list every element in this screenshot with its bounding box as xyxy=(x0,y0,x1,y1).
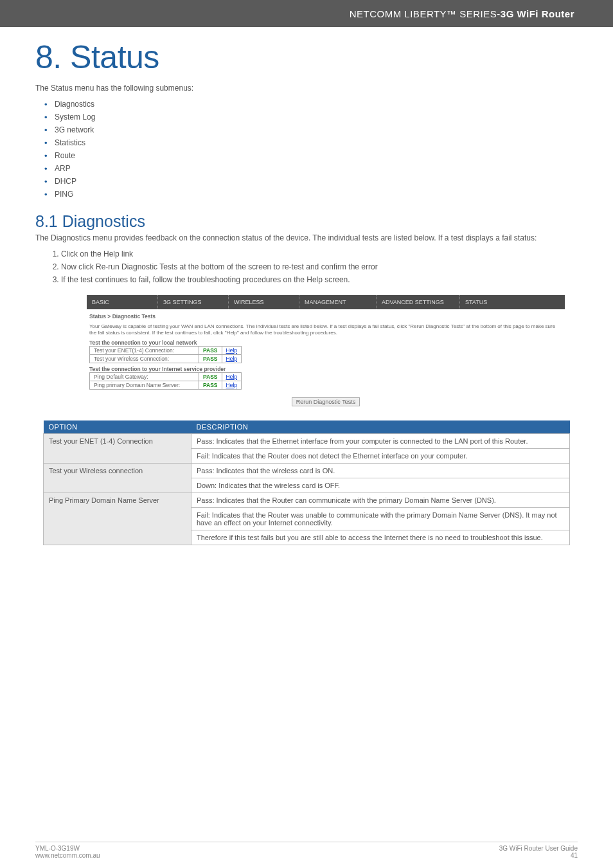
intro-text: The Status menu has the following submen… xyxy=(35,84,578,93)
footer-left: YML-O-3G19W www.netcomm.com.au xyxy=(35,845,100,859)
footer-url: www.netcomm.com.au xyxy=(35,852,100,859)
step-item: If the test continues to fail, follow th… xyxy=(61,273,578,286)
group2-heading: Test the connection to your Internet ser… xyxy=(89,366,562,372)
rerun-button[interactable]: Rerun Diagnostic Tests xyxy=(292,397,360,406)
nav-basic[interactable]: BASIC xyxy=(87,295,157,309)
footer-right: 3G WiFi Router User Guide 41 xyxy=(499,845,578,859)
section-title: 8.1 Diagnostics xyxy=(35,212,578,231)
page-content: 8. Status The Status menu has the follow… xyxy=(0,27,613,545)
nav-status[interactable]: STATUS xyxy=(459,295,565,309)
table-row: Test your ENET(1-4) Connection: PASS Hel… xyxy=(90,347,242,355)
submenu-item: PING xyxy=(55,188,578,201)
col-option: OPTION xyxy=(44,420,191,434)
table-row: Ping Primary Domain Name Server Pass: In… xyxy=(44,493,570,508)
submenu-item: Route xyxy=(55,149,578,162)
section-intro: The Diagnostics menu provides feedback o… xyxy=(35,233,578,242)
submenu-item: Statistics xyxy=(55,136,578,149)
help-link[interactable]: Help xyxy=(226,356,237,362)
option-desc: Fail: Indicates that the Router does not… xyxy=(191,449,570,464)
option-desc: Therefore if this test fails but you are… xyxy=(191,530,570,545)
help-link[interactable]: Help xyxy=(226,382,237,388)
footer-divider xyxy=(35,842,578,842)
chapter-title: 8. Status xyxy=(35,39,578,76)
header-brand-thin: NETCOMM LIBERTY™ SERIES xyxy=(350,8,497,19)
test-status: PASS xyxy=(199,381,222,390)
test-status: PASS xyxy=(199,355,222,363)
test-label: Test your Wireless Connection: xyxy=(90,355,199,363)
step-item: Click on the Help link xyxy=(61,248,578,260)
footer-guide: 3G WiFi Router User Guide xyxy=(499,845,578,852)
embedded-screenshot: BASIC 3G SETTINGS WIRELESS MANAGEMENT AD… xyxy=(35,295,578,409)
test-status: PASS xyxy=(199,347,222,355)
test-label: Ping Default Gateway: xyxy=(90,373,199,381)
group2-table: Ping Default Gateway: PASS Help Ping pri… xyxy=(89,372,242,390)
group1-table: Test your ENET(1-4) Connection: PASS Hel… xyxy=(89,346,242,363)
step-item: Now click Re-run Diagnostic Tests at the… xyxy=(61,260,578,273)
nav-management[interactable]: MANAGEMENT xyxy=(299,295,376,309)
submenu-list: Diagnostics System Log 3G network Statis… xyxy=(35,98,578,201)
breadcrumb: Status > Diagnostic Tests xyxy=(89,313,562,320)
table-row: Test your ENET (1-4) Connection Pass: In… xyxy=(44,434,570,449)
group1-heading: Test the connection to your local networ… xyxy=(89,339,562,346)
table-row: Ping primary Domain Name Server: PASS He… xyxy=(90,381,242,390)
test-label: Test your ENET(1-4) Connection: xyxy=(90,347,199,355)
test-label: Ping primary Domain Name Server: xyxy=(90,381,199,390)
option-label: Test your ENET (1-4) Connection xyxy=(44,434,191,464)
diagnostics-note: Your Gateway is capable of testing your … xyxy=(89,323,562,336)
help-link[interactable]: Help xyxy=(226,347,237,354)
submenu-item: 3G network xyxy=(55,123,578,136)
diagnostics-panel: Status > Diagnostic Tests Your Gateway i… xyxy=(87,309,565,409)
col-description: DESCRIPTION xyxy=(191,420,570,434)
help-link[interactable]: Help xyxy=(226,374,237,380)
footer-model: YML-O-3G19W xyxy=(35,845,100,852)
nav-3g-settings[interactable]: 3G SETTINGS xyxy=(157,295,228,309)
router-nav: BASIC 3G SETTINGS WIRELESS MANAGEMENT AD… xyxy=(87,295,565,309)
table-row: Test your Wireless connection Pass: Indi… xyxy=(44,464,570,478)
option-desc: Pass: Indicates that the Router can comm… xyxy=(191,493,570,508)
option-desc: Fail: Indicates that the Router was unab… xyxy=(191,508,570,530)
table-row: Ping Default Gateway: PASS Help xyxy=(90,373,242,381)
footer-page-number: 41 xyxy=(499,852,578,859)
options-table: OPTION DESCRIPTION Test your ENET (1-4) … xyxy=(43,420,570,545)
page-footer: YML-O-3G19W www.netcomm.com.au 3G WiFi R… xyxy=(0,845,613,859)
steps-list: Click on the Help link Now click Re-run … xyxy=(35,248,578,286)
nav-wireless[interactable]: WIRELESS xyxy=(228,295,299,309)
option-desc: Pass: Indicates that the Ethernet interf… xyxy=(191,434,570,449)
option-label: Test your Wireless connection xyxy=(44,464,191,493)
option-desc: Pass: Indicates that the wireless card i… xyxy=(191,464,570,478)
table-row: Test your Wireless Connection: PASS Help xyxy=(90,355,242,363)
submenu-item: ARP xyxy=(55,162,578,175)
page-header: NETCOMM LIBERTY™ SERIES - 3G WiFi Router xyxy=(0,0,613,27)
table-header-row: OPTION DESCRIPTION xyxy=(44,420,570,434)
option-desc: Down: Indicates that the wireless card i… xyxy=(191,478,570,493)
header-brand-bold: 3G WiFi Router xyxy=(501,8,574,19)
submenu-item: DHCP xyxy=(55,175,578,188)
submenu-item: System Log xyxy=(55,111,578,123)
test-status: PASS xyxy=(199,373,222,381)
option-label: Ping Primary Domain Name Server xyxy=(44,493,191,545)
nav-advanced[interactable]: ADVANCED SETTINGS xyxy=(376,295,459,309)
submenu-item: Diagnostics xyxy=(55,98,578,111)
